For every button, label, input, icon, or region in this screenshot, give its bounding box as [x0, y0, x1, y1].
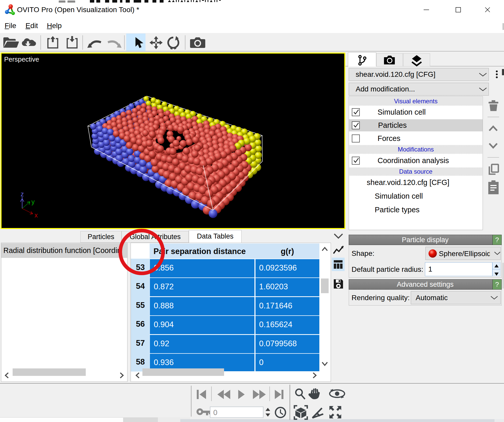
svg-text:x: x: [35, 212, 38, 219]
svg-text:z: z: [21, 190, 24, 198]
svg-text:y: y: [31, 198, 35, 205]
